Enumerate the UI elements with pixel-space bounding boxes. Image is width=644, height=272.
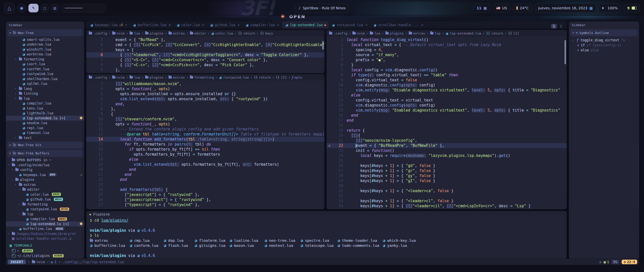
tab-scrollbar-handle[interactable]: ◕scrollbar-handle-...×: [371, 21, 426, 28]
breadcrumb-return[interactable]: {}return: [254, 76, 271, 79]
code-line-9[interactable]: 9 config.virtual_text = false: [327, 78, 567, 83]
code-line-27[interactable]: 27 keys[#keys + 1] = { "gr", false }: [327, 168, 567, 173]
tree-item-config[interactable]: ▾config: [6, 167, 84, 173]
code-line-31[interactable]: 31 keys[#keys + 1] = { "<leader>ca", fal…: [327, 188, 567, 193]
tree-item-isort-lua[interactable]: ◕isort.lua: [6, 62, 84, 67]
tab-bufferline-lua[interactable]: ◕bufferline.lua×: [130, 21, 174, 28]
keyboard-layout-widget[interactable]: US: [493, 4, 510, 13]
file-entry-lualine-lua[interactable]: ◕lualine.lua: [229, 238, 264, 243]
code-line-32[interactable]: 32: [327, 193, 567, 198]
workspace-button-1[interactable]: ◉: [17, 4, 26, 13]
file-entry-neo-tree-lua[interactable]: ◕neo-tree.lua: [264, 238, 300, 243]
launcher-button[interactable]: △: [4, 3, 15, 13]
breadcrumb-plugins[interactable]: plugins: [145, 76, 164, 79]
section-header-neo-tree-buffers[interactable]: ▾Neo-Tree Buffers: [7, 150, 83, 157]
tree-item-formatting[interactable]: ▾formatting: [6, 202, 84, 207]
tree-item-rustfmt-lua[interactable]: ◕rustfmt.lua: [6, 66, 84, 72]
tree-item-open-buffers-in[interactable]: OPEN BUFFERS in ~: [6, 158, 84, 163]
breadcrumb-rustywind-lua[interactable]: ◕rustywind.lua: [219, 76, 249, 79]
close-icon[interactable]: ×: [237, 23, 239, 27]
file-entry-floaterm-lua[interactable]: ◕floaterm.lua: [194, 238, 229, 243]
code-line-3[interactable]: 3 event = { "BufRead" },: [86, 37, 325, 42]
code-line-3[interactable]: 3 [1]"williamboman/mason.nvim",: [86, 81, 325, 86]
code-line-3[interactable]: 3 spacing = 4,: [327, 47, 567, 52]
code-line-6[interactable]: 6 { [1]"<leader>uC", [2]"<cmd>CccHighlig…: [86, 52, 325, 57]
code-line-19[interactable]: 19 vim.list_extend(dst: opts.formatters_…: [86, 162, 325, 167]
file-entry-theme-loader-lua[interactable]: ◕theme-loader.lua: [337, 238, 383, 243]
tree-item-winshift-lua[interactable]: ◕winshift.lua: [6, 47, 84, 52]
breadcrumb-color-lua[interactable]: ◕color.lua: [211, 31, 233, 35]
tree-item-compiler-lua[interactable]: ◕compiler.lua: [6, 101, 84, 106]
scrollbar-thumb[interactable]: [322, 41, 324, 50]
code-line-7[interactable]: 7 { [1]"<S-C>", [2]"<cmd>CccConvert<cr>"…: [86, 57, 325, 62]
code-line-4[interactable]: 4 cmd = { [1]"CccPick", [2]"CccConvert",…: [86, 42, 325, 47]
close-icon[interactable]: ×: [277, 23, 279, 27]
code-line-7[interactable]: 7 end,: [86, 101, 325, 107]
file-entry-conform-lua[interactable]: ◕conform.lua: [130, 243, 164, 248]
tree-item-smart-splits-lua[interactable]: ◕smart-splits.lua: [6, 37, 84, 42]
file-entry-flash-lua[interactable]: ◕flash.lua: [164, 243, 194, 248]
tree-item-juegos-indies-steamlibrary-st[interactable]: ▸Juegos/Indies/SteamLibrary/st: [6, 231, 84, 236]
tree-item-neodim-lua[interactable]: ◕neodim.lua: [6, 121, 84, 126]
tab-keymaps-lua[interactable]: ◕keymaps.lua⚠3×: [87, 21, 130, 28]
code-line-20[interactable]: 20 [1]{: [327, 133, 567, 138]
close-icon[interactable]: ×: [421, 23, 423, 27]
breadcrumb-plugins[interactable]: plugins: [385, 31, 404, 35]
code-line-30[interactable]: 30: [327, 183, 567, 188]
tabpage-2[interactable]: 2: [558, 24, 564, 28]
breadcrumb-plugins[interactable]: plugins: [145, 31, 164, 35]
close-icon[interactable]: ×: [365, 23, 367, 27]
code-line-14[interactable]: 14 local function add_formatters(tbl :ta…: [86, 137, 325, 142]
breadcrumb-extras[interactable]: extras: [169, 76, 185, 79]
editor-lsp-extended-lua[interactable]: .config❯nvim❯lua❯plugins❯extras❯lsp❯◕lsp…: [327, 30, 567, 209]
code-line-27[interactable]: 27 ["typescript"] = { "rustywind" },: [86, 202, 325, 207]
window-count-widget[interactable]: 11 ▦: [473, 4, 490, 13]
editor-color-lua[interactable]: .config❯nvim❯lua❯plugins❯extras❯editor❯◕…: [86, 30, 325, 73]
code-line-21[interactable]: 21 end: [86, 172, 325, 177]
code-line-6[interactable]: 6 vim.list_extend(dst: opts.ensure_insta…: [86, 96, 325, 101]
code-line-12[interactable]: 12 --- Extend the conform plugin config …: [86, 127, 325, 132]
section-header-neo-tree[interactable]: ▾Neo-Tree: [7, 29, 83, 36]
code-line-14[interactable]: 14 vim.diagnostic.config(opts: config): [327, 103, 567, 108]
tab-compiler-lua[interactable]: ◕compiler.lua×: [243, 21, 282, 28]
tree-item-compiler-lua[interactable]: ◕compiler.lua#682: [6, 217, 84, 222]
tree-item-github-lua[interactable]: ◕github.lua#654: [6, 197, 84, 202]
breadcrumb-keys[interactable]: {}keys: [260, 31, 273, 35]
breadcrumb-nvim[interactable]: nvim: [112, 76, 125, 79]
clock-widget[interactable]: jueves, noviembre 16, 2023 ▦: [535, 4, 596, 13]
code-line-25[interactable]: 25: [327, 158, 567, 163]
breadcrumb-lsp-extended-lua[interactable]: ◕lsp-extended.lua: [446, 31, 481, 35]
code-area[interactable]: 3 event = { "BufRead" },4 cmd = { [1]"Cc…: [86, 37, 325, 73]
breadcrumb-return[interactable]: {}return: [238, 31, 255, 35]
tree-item-shellharden-lua[interactable]: ◕shellharden.lua: [6, 76, 84, 81]
tree-item-lsp-extended-lu[interactable]: ◕lsp-extended.lu[+]: [6, 116, 84, 121]
code-line-23[interactable]: 23 init = function(): [327, 148, 567, 153]
file-entry-telescope-lua[interactable]: ◕telescope.lua: [300, 243, 337, 248]
breadcrumb-opts[interactable]: ƒopts: [292, 76, 302, 79]
tree-item-lens-lua[interactable]: ◕lens.lua: [6, 106, 84, 111]
code-line-11[interactable]: 11 opts = function(_, opts): [86, 122, 325, 127]
code-line-16[interactable]: 16 if opts.formatters_by_ft[ft] == nil t…: [86, 147, 325, 152]
code-line-22[interactable]: ↺22 event = { "BufReadPre", "BufNewFile"…: [327, 143, 567, 148]
close-icon[interactable]: ×: [125, 23, 127, 27]
outline-item-if[interactable]: ◇ifif type(config.vi: [569, 43, 639, 48]
code-line-18[interactable]: 18 else: [86, 157, 325, 162]
tree-item-scrollbar-handle-vertical-p[interactable]: ▤scrollbar-handle-vertical.p: [6, 236, 84, 241]
search-input[interactable]: [61, 4, 106, 12]
tree-item-timeout-lua[interactable]: ◕timeout.lua: [6, 130, 84, 135]
code-line-28[interactable]: 28 keys[#keys + 1] = { "gy", false }: [327, 173, 567, 178]
code-line-33[interactable]: 33 keys[#keys + 1] = { "<leader>cl", fal…: [327, 198, 567, 203]
code-line-8[interactable]: 8 if type(v: config.virtual_text) == "ta…: [327, 73, 567, 78]
code-area[interactable]: 3 [1]"williamboman/mason.nvim",4 opts = …: [86, 81, 325, 209]
code-line-7[interactable]: 7 local config = vim.diagnostic.config(): [327, 67, 567, 73]
code-area[interactable]: 1local function toggle_diag_virtext()2 l…: [327, 37, 567, 209]
code-line-22[interactable]: 22 end: [86, 177, 325, 182]
tree-item-test[interactable]: ▸test: [6, 135, 84, 140]
code-line-23[interactable]: 23: [86, 182, 325, 187]
code-line-10[interactable]: 10 [1]"stevearc/conform.nvim",: [86, 117, 325, 122]
code-line-2[interactable]: 2 local virtual_text = { -- Default virt…: [327, 42, 567, 47]
tree-item-lsp[interactable]: ▾lsp: [6, 212, 84, 217]
code-line-19[interactable]: 19return {: [327, 128, 567, 133]
code-line-5[interactable]: 5 opts.ensure_installed = opts.ensure_in…: [86, 91, 325, 96]
code-line-10[interactable]: 10 vim.diagnostic.config(opts: config): [327, 83, 567, 88]
